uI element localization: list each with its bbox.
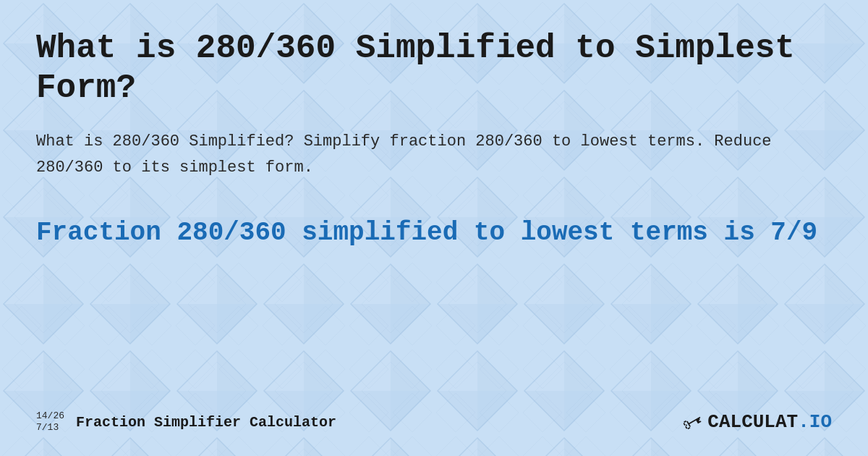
page-title: What is 280/360 Simplified to Simplest F… — [36, 29, 832, 109]
logo-text: CALCULAT.IO — [707, 411, 832, 433]
footer-fractions: 14/26 7/13 — [36, 410, 64, 433]
description-text: What is 280/360 Simplified? Simplify fra… — [36, 129, 832, 180]
logo-area: 🗝 CALCULAT.IO — [683, 410, 832, 434]
key-icon: 🗝 — [678, 406, 708, 437]
logo-text-accent: .IO — [798, 411, 832, 433]
fraction-top: 14/26 — [36, 410, 64, 422]
result-text: Fraction 280/360 simplified to lowest te… — [36, 216, 832, 250]
fraction-bottom: 7/13 — [36, 422, 64, 434]
brand-label: Fraction Simplifier Calculator — [76, 414, 336, 431]
